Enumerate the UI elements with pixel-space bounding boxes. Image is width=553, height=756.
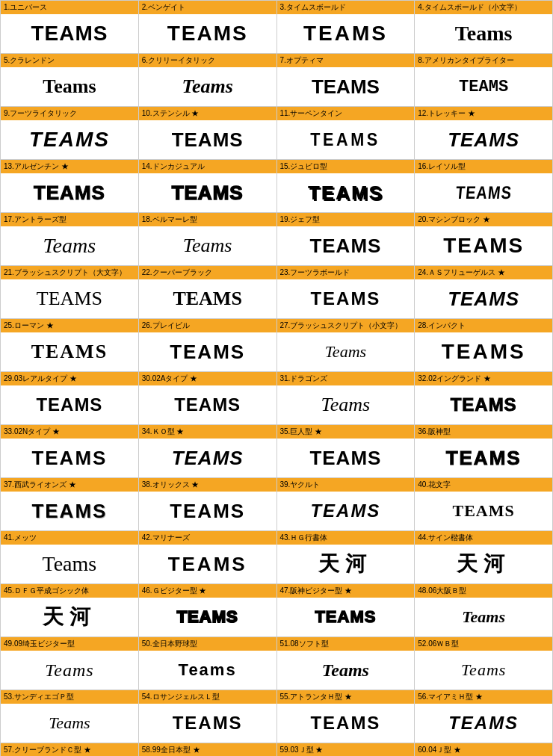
cell-content-33: TEAMS [1,439,138,477]
cell-label-53: 53.サンディエゴＰ型 [1,690,138,704]
cell-7: 7.オプティマTEAMS [277,54,415,107]
cell-text-21: TEAMS [37,288,102,310]
cell-label-18: 18.ベルマーレ型 [139,213,276,226]
cell-25: 25.ローマン ★TEAMS [1,319,139,372]
cell-content-56: TEAMS [415,704,552,743]
cell-text-3: TEAMS [303,22,388,46]
cell-content-5: Teams [1,67,138,106]
cell-label-55: 55.アトランタＨ型 ★ [277,690,415,704]
cell-17: 17.アントラーズ型Teams [1,213,139,266]
cell-text-30: TEAMS [174,394,241,415]
cell-text-41: Teams [43,552,97,576]
cell-20: 20.マシンブロック ★TEAMS [415,213,553,266]
cell-text-34: TEAMS [172,447,244,470]
cell-text-10: TEAMS [172,128,244,152]
cell-text-45: 天河 [43,603,96,631]
cell-content-4: Teams [415,14,552,53]
cell-label-40: 40.花文字 [415,478,552,492]
cell-label-51: 51.08ソフト型 [277,637,415,651]
cell-text-8: TEAMS [459,78,508,96]
cell-label-22: 22.クーパーブラック [139,266,276,279]
cell-content-43: 天河 [277,545,415,583]
cell-text-36: TEAMS [446,447,522,470]
cell-text-31: Teams [321,394,371,416]
cell-content-28: TEAMS [415,332,552,371]
cell-text-5: Teams [43,75,96,98]
cell-content-7: TEAMS [277,67,415,106]
cell-36: 36.阪神型TEAMS [415,425,553,478]
cell-content-50: Teams [139,651,276,690]
cell-content-29: TEAMS [1,385,138,424]
cell-content-46: TEAMS [139,598,276,636]
cell-29: 29.03レアルタイプ ★TEAMS [1,372,139,425]
cell-label-10: 10.ステンシル ★ [139,107,276,120]
cell-label-25: 25.ローマン ★ [1,319,138,332]
cell-46: 46.Ｇビジター型 ★TEAMS [139,584,277,637]
cell-label-9: 9.フーツライタリック [1,107,138,120]
cell-content-36: TEAMS [415,439,552,477]
cell-label-16: 16.レイソル型 [415,160,552,173]
cell-label-26: 26.プレイビル [139,319,276,332]
font-grid: 1.ユニバースTEAMS2.ベンゲイトTEAMS3.タイムスボールドTEAMS4… [0,0,553,756]
cell-content-11: TEAMS [277,120,415,159]
cell-label-8: 8.アメリカンタイプライター [415,54,552,67]
cell-text-26: TEAMS [170,341,245,364]
cell-label-14: 14.ドンカジュアル [139,160,276,173]
cell-text-25: TEAMS [31,341,108,363]
cell-1: 1.ユニバースTEAMS [1,1,139,54]
cell-text-9: TEAMS [29,128,110,152]
cell-4: 4.タイムスボールド（小文字）Teams [415,1,553,54]
cell-44: 44.サイン楷書体天河 [415,531,553,584]
cell-content-22: TEAMS [139,279,276,318]
cell-text-12: TEAMS [448,128,519,152]
cell-41: 41.メッツTeams [1,531,139,584]
cell-label-50: 50.全日本野球型 [139,637,276,651]
cell-label-33: 33.02Nタイプ ★ [1,425,138,439]
cell-text-4: Teams [455,22,513,46]
cell-text-18: Teams [183,235,232,257]
cell-text-50: Teams [179,660,237,680]
cell-text-22: TEAMS [173,288,241,310]
cell-content-23: TEAMS [277,279,415,318]
cell-label-48: 48.06大阪Ｂ型 [415,584,552,598]
cell-text-29: TEAMS [36,394,102,415]
cell-content-55: TEAMS [277,704,415,743]
cell-label-2: 2.ベンゲイト [139,1,276,14]
cell-text-17: Teams [43,234,96,258]
cell-content-35: TEAMS [277,439,415,477]
cell-text-13: TEAMS [34,182,105,205]
cell-label-20: 20.マシンブロック ★ [415,213,552,226]
cell-40: 40.花文字TEAMS [415,478,553,531]
cell-content-44: 天河 [415,545,552,583]
cell-text-55: TEAMS [310,713,380,734]
cell-53: 53.サンディエゴＰ型Teams [1,690,139,743]
cell-label-49: 49.09埼玉ビジター型 [1,637,138,651]
cell-content-6: Teams [139,67,276,106]
cell-content-41: Teams [1,545,138,583]
cell-text-24: TEAMS [448,288,519,311]
cell-label-13: 13.アルゼンチン ★ [1,160,138,173]
cell-2: 2.ベンゲイトTEAMS [139,1,277,54]
cell-text-46: TEAMS [177,607,238,627]
cell-text-6: Teams [182,75,232,98]
cell-26: 26.プレイビルTEAMS [139,319,277,372]
cell-text-27: Teams [325,342,366,362]
cell-8: 8.アメリカンタイプライターTEAMS [415,54,553,107]
cell-text-42: TEAMS [168,553,247,576]
cell-5: 5.クラレンドンTeams [1,54,139,107]
cell-49: 49.09埼玉ビジター型Teams [1,637,139,690]
cell-content-54: TEAMS [139,704,276,743]
cell-text-56: TEAMS [448,713,519,734]
cell-content-17: Teams [1,226,138,265]
cell-text-52: Teams [461,660,506,680]
cell-52: 52.06ＷＢ型Teams [415,637,553,690]
cell-24: 24.ＡＳフリューゲルス ★TEAMS [415,266,553,319]
cell-label-29: 29.03レアルタイプ ★ [1,372,138,385]
cell-21: 21.ブラッシュスクリプト（大文字）TEAMS [1,266,139,319]
cell-text-54: TEAMS [173,713,243,734]
cell-content-30: TEAMS [139,385,276,424]
cell-label-54: 54.ロサンジェルスＬ型 [139,690,276,704]
cell-text-1: TEAMS [31,22,108,46]
cell-content-14: TEAMS [139,173,276,212]
cell-label-6: 6.クリリーイタリック [139,54,276,67]
